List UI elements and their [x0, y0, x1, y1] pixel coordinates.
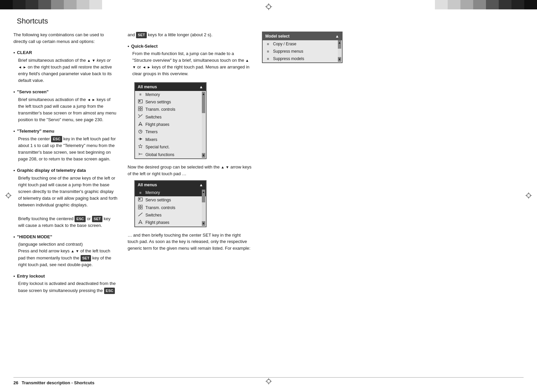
- top-bar-left: [0, 0, 107, 9]
- menu-box-all-menus: All menus ▲ ≡ Memory Servo settings: [134, 82, 207, 159]
- color-block: [473, 0, 486, 9]
- color-block: [511, 0, 524, 9]
- menu-icon-flight: [138, 121, 143, 128]
- top-bar-right: [430, 0, 537, 9]
- color-block: [448, 0, 460, 9]
- crosshair-bottom-icon: [265, 378, 272, 386]
- scroll-track: [202, 96, 205, 153]
- menu-icon-servo-2: [138, 197, 143, 203]
- menu-icon-transm: [138, 106, 143, 113]
- col-middle: and SET keys for a little longer (about …: [128, 32, 252, 251]
- color-block: [524, 0, 537, 9]
- section-clear: CLEAR Brief simultaneous activation of t…: [13, 49, 118, 84]
- scroll-up-btn-right[interactable]: ▲: [338, 40, 341, 45]
- menu-icon-switches-2: [138, 212, 143, 218]
- menu-item-timers: Timers: [135, 128, 206, 136]
- svg-marker-31: [138, 144, 142, 148]
- menu-item-flight-2: Flight phases: [135, 219, 206, 227]
- section-hidden-mode: "HIDDEN MODE" (language selection and co…: [13, 234, 118, 268]
- menu-scrollbar-2[interactable]: ▲ ▼: [202, 190, 205, 226]
- section-hidden-label: "HIDDEN MODE": [13, 234, 118, 240]
- section-quick-text: From the multi-function list, a jump can…: [128, 50, 252, 78]
- color-block: [77, 0, 89, 9]
- color-block: [0, 0, 13, 9]
- menu-icon-switches: [138, 114, 143, 120]
- menu-scrollbar[interactable]: ▲ ▼: [202, 92, 205, 158]
- svg-rect-18: [141, 107, 142, 108]
- scroll-up-btn-2[interactable]: ▲: [202, 190, 205, 194]
- col-left: The following key combinations can be us…: [13, 32, 118, 299]
- menu-item-memory: ≡ Memory: [135, 91, 206, 98]
- scroll-down-btn-2[interactable]: ▼: [202, 221, 205, 226]
- color-block: [26, 0, 38, 9]
- scroll-thumb-2: [202, 194, 205, 202]
- menu-icon-copy: ≡: [265, 41, 271, 47]
- color-block: [435, 0, 448, 9]
- menu-scrollbar-right[interactable]: ▲ ▼: [338, 40, 341, 62]
- menu-item-servo-2: Servo settings: [135, 196, 206, 204]
- section-entry-lockout-label: Entry lockout: [13, 273, 118, 280]
- crosshair-top-icon: [265, 3, 273, 11]
- svg-rect-19: [138, 109, 140, 111]
- scroll-thumb: [202, 96, 205, 113]
- menu-box-title: All menus ▲: [135, 83, 206, 91]
- menu-item-switches-2: Switches: [135, 211, 206, 219]
- arrow-text: Now the desired group can be selected wi…: [128, 164, 252, 177]
- scroll-thumb-right: [338, 45, 341, 49]
- menu-item-copy: ≡ Copy / Erase: [263, 40, 342, 48]
- footer-text: Transmitter description - Shortcuts: [21, 380, 94, 385]
- menu-item-suppress-menus: ≡ Suppress menus: [263, 48, 342, 55]
- menu-icon-mixers: [138, 137, 143, 143]
- menu-icon-global: [138, 152, 143, 158]
- menu-icon-suppress-menus: ≡: [265, 49, 271, 54]
- menu-icon-memory-2: ≡: [138, 190, 143, 196]
- scroll-up-btn[interactable]: ▲: [202, 92, 205, 96]
- menu-box-model-title: Model select ▲: [263, 32, 342, 40]
- svg-rect-38: [141, 207, 142, 209]
- scroll-down-btn-right[interactable]: ▼: [338, 57, 341, 62]
- middle-intro: and SET keys for a little longer (about …: [128, 32, 252, 38]
- scroll-down-btn[interactable]: ▼: [202, 153, 205, 158]
- main-content: Shortcuts The following key combinations…: [13, 17, 524, 372]
- menu-item-mixers: Mixers: [135, 136, 206, 144]
- after-text: … and then briefly touching the center S…: [128, 232, 252, 252]
- menu-icon-special: [138, 144, 143, 150]
- color-block: [486, 0, 499, 9]
- svg-marker-23: [139, 122, 142, 126]
- menu-box-model-select: Model select ▲ ≡ Copy / Erase ≡ Suppress…: [262, 32, 343, 63]
- menu-icon-transm-2: [138, 205, 143, 211]
- section-clear-label: CLEAR: [13, 49, 118, 56]
- menu-item-transm-2: Transm. controls: [135, 204, 206, 212]
- svg-rect-20: [141, 109, 142, 111]
- svg-marker-29: [140, 138, 142, 140]
- section-servo-screen: "Servo screen" Brief simultaneous activa…: [13, 89, 118, 123]
- menu-item-global: Global functions: [135, 151, 206, 159]
- menu-item-transm: Transm. controls: [135, 106, 206, 113]
- color-block: [89, 0, 102, 9]
- section-graphic-text1: Briefly touching one of the arrow keys o…: [13, 175, 118, 229]
- section-telemetry-label: "Telemetry" menu: [13, 128, 118, 135]
- menu-icon-suppress-models: ≡: [265, 56, 271, 62]
- menu-box-title-2: All menus ▲: [135, 181, 206, 189]
- menu-item-special: Special funct.: [135, 143, 206, 151]
- scroll-track-2: [202, 194, 205, 221]
- svg-rect-36: [141, 205, 142, 207]
- menu-item-switches: Switches: [135, 113, 206, 121]
- menu-icon-flight-2: [138, 219, 143, 226]
- color-block: [38, 0, 51, 9]
- section-servo-text: Brief simultaneous activation of the ◄ ►…: [13, 96, 118, 124]
- svg-marker-40: [139, 220, 142, 224]
- section-entry-lockout: Entry lockout Entry lockout is activated…: [13, 273, 118, 294]
- menu-item-memory-2: ≡ Memory: [135, 189, 206, 196]
- color-block: [51, 0, 64, 9]
- menu-icon-timers: [138, 129, 143, 135]
- menu-item-flight: Flight phases: [135, 121, 206, 129]
- svg-rect-17: [138, 107, 140, 108]
- color-block: [499, 0, 511, 9]
- svg-rect-35: [138, 205, 140, 207]
- svg-line-22: [138, 114, 140, 116]
- menu-icon-memory: ≡: [138, 92, 143, 97]
- columns-layout: The following key combinations can be us…: [13, 32, 524, 299]
- crosshair-right-icon: [525, 192, 532, 200]
- intro-text: The following key combinations can be us…: [13, 32, 118, 45]
